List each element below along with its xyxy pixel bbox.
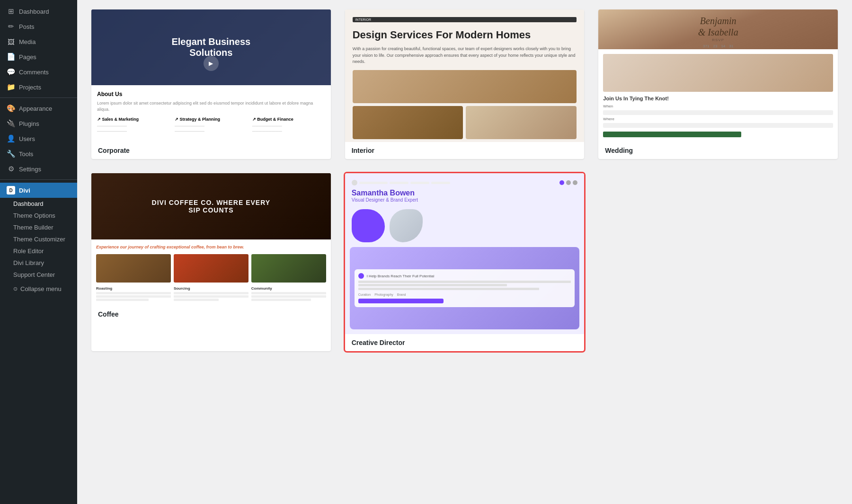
sidebar-item-appearance-label: Appearance bbox=[19, 105, 52, 112]
divi-sub-role-editor-label: Role Editor bbox=[13, 248, 44, 255]
cre-bot-subtitle: I Help Brands Reach Their Full Potential bbox=[367, 274, 435, 278]
cof-sourcing-label: Sourcing bbox=[174, 286, 248, 291]
appearance-icon: 🎨 bbox=[7, 104, 15, 113]
sidebar: ⊞ Dashboard ✏ Posts 🖼 Media 📄 Pages 💬 Co… bbox=[0, 0, 77, 504]
theme-card-wedding[interactable]: Benjamin& Isabella RSVP 371231431 Join U… bbox=[598, 9, 838, 159]
cre-bottom-section: I Help Brands Reach Their Full Potential… bbox=[350, 247, 580, 329]
sidebar-item-settings[interactable]: ⚙ Settings bbox=[0, 161, 77, 177]
divi-sub-divi-library[interactable]: Divi Library bbox=[0, 257, 77, 269]
cre-name: Samantha Bowen bbox=[352, 188, 578, 197]
cre-portfolio-card: I Help Brands Reach Their Full Potential… bbox=[355, 269, 575, 307]
tools-icon: 🔧 bbox=[7, 150, 15, 158]
sidebar-item-divi[interactable]: D Divi bbox=[0, 183, 77, 198]
cof-img-2 bbox=[174, 254, 248, 283]
divi-icon: D bbox=[7, 186, 15, 195]
sidebar-item-pages[interactable]: 📄 Pages bbox=[0, 49, 77, 64]
int-desc: With a passion for creating beautiful, f… bbox=[353, 46, 577, 65]
sidebar-item-pages-label: Pages bbox=[19, 53, 36, 61]
settings-icon: ⚙ bbox=[7, 165, 15, 173]
cre-shape-grey bbox=[390, 209, 423, 242]
collapse-menu-icon: ⊙ bbox=[13, 286, 18, 292]
cre-line-1 bbox=[358, 281, 571, 283]
corp-col-strategy: ↗ Strategy & Planning bbox=[175, 117, 248, 122]
theme-preview-wedding: Benjamin& Isabella RSVP 371231431 Join U… bbox=[598, 9, 838, 142]
wed-join-text: Join Us In Tying The Knot! bbox=[603, 96, 833, 101]
cre-shapes bbox=[345, 209, 585, 242]
wed-stats: 371231431 bbox=[598, 44, 838, 48]
sidebar-divider-2 bbox=[0, 179, 77, 180]
theme-label-wedding: Wedding bbox=[598, 142, 838, 159]
cre-shape-purple bbox=[352, 209, 385, 242]
wed-submit-btn bbox=[603, 132, 741, 137]
int-badge: INTERIOR bbox=[353, 17, 577, 22]
corp-col-budget: ↗ Budget & Finance bbox=[252, 117, 325, 122]
divi-sub-theme-customizer-label: Theme Customizer bbox=[13, 236, 65, 243]
corp-about-heading: About Us bbox=[97, 91, 325, 97]
sidebar-item-comments[interactable]: 💬 Comments bbox=[0, 64, 77, 80]
themes-grid: Elegant BusinessSolutions ▶ About Us Lor… bbox=[91, 9, 838, 351]
cre-brand-label: Brand bbox=[397, 293, 406, 296]
divi-sub-role-editor[interactable]: Role Editor bbox=[0, 245, 77, 257]
sidebar-item-media[interactable]: 🖼 Media bbox=[0, 34, 77, 49]
sidebar-item-divi-label: Divi bbox=[19, 187, 30, 194]
divi-sub-theme-customizer[interactable]: Theme Customizer bbox=[0, 233, 77, 245]
cof-img-1 bbox=[96, 254, 171, 283]
cof-tagline: Experience our journey of crafting excep… bbox=[96, 244, 326, 250]
cre-photography-label: Photography bbox=[374, 293, 393, 296]
divi-sub-dashboard[interactable]: Dashboard bbox=[0, 198, 77, 210]
wed-where-label: Where bbox=[603, 117, 833, 121]
cre-role: Visual Designer & Brand Expert bbox=[352, 197, 578, 203]
cof-roasting-label: Roasting bbox=[96, 286, 171, 291]
pages-icon: 📄 bbox=[7, 53, 15, 61]
users-icon: 👤 bbox=[7, 134, 15, 143]
cre-curation-label: Curation bbox=[358, 293, 371, 296]
theme-card-corporate[interactable]: Elegant BusinessSolutions ▶ About Us Lor… bbox=[91, 9, 331, 159]
collapse-menu-button[interactable]: ⊙ Collapse menu bbox=[0, 281, 77, 297]
divi-sub-support-center[interactable]: Support Center bbox=[0, 269, 77, 281]
theme-card-interior[interactable]: INTERIOR Design Services For Modern Home… bbox=[345, 9, 585, 159]
divi-sub-theme-options[interactable]: Theme Options bbox=[0, 210, 77, 221]
int-heading: Design Services For Modern Homes bbox=[353, 29, 577, 41]
cof-img-3 bbox=[251, 254, 326, 283]
posts-icon: ✏ bbox=[7, 22, 15, 31]
wed-names: Benjamin& Isabella bbox=[598, 15, 838, 38]
comments-icon: 💬 bbox=[7, 68, 15, 76]
wed-where-input bbox=[603, 123, 833, 128]
sidebar-item-appearance[interactable]: 🎨 Appearance bbox=[0, 101, 77, 116]
divi-submenu: Dashboard Theme Options Theme Builder Th… bbox=[0, 198, 77, 297]
cre-header: Samantha Bowen Visual Designer & Brand E… bbox=[345, 173, 585, 209]
sidebar-item-users-label: Users bbox=[19, 135, 35, 142]
projects-icon: 📁 bbox=[7, 83, 15, 91]
sidebar-item-tools-label: Tools bbox=[19, 150, 33, 158]
sidebar-item-projects[interactable]: 📁 Projects bbox=[0, 80, 77, 95]
divi-sub-theme-builder[interactable]: Theme Builder bbox=[0, 221, 77, 233]
sidebar-item-users[interactable]: 👤 Users bbox=[0, 131, 77, 146]
plugins-icon: 🔌 bbox=[7, 119, 15, 128]
theme-card-creative-director[interactable]: Samantha Bowen Visual Designer & Brand E… bbox=[345, 173, 585, 351]
cre-cta-button bbox=[358, 299, 444, 303]
theme-label-creative-director: Creative Director bbox=[345, 334, 585, 351]
corp-play-button: ▶ bbox=[204, 56, 219, 71]
cre-line-3 bbox=[358, 288, 539, 290]
sidebar-main-nav: ⊞ Dashboard ✏ Posts 🖼 Media 📄 Pages 💬 Co… bbox=[0, 0, 77, 301]
sidebar-item-tools[interactable]: 🔧 Tools bbox=[0, 146, 77, 161]
sidebar-item-plugins[interactable]: 🔌 Plugins bbox=[0, 116, 77, 131]
main-content: Elegant BusinessSolutions ▶ About Us Lor… bbox=[77, 0, 852, 504]
divi-sub-divi-library-label: Divi Library bbox=[13, 259, 44, 266]
sidebar-item-dashboard[interactable]: ⊞ Dashboard bbox=[0, 4, 77, 19]
theme-label-corporate: Corporate bbox=[91, 142, 331, 159]
theme-preview-corporate: Elegant BusinessSolutions ▶ About Us Lor… bbox=[91, 9, 331, 142]
theme-card-coffee[interactable]: DIVI COFFEE CO. WHERE EVERYSIP COUNTS Ex… bbox=[91, 173, 331, 351]
sidebar-item-posts[interactable]: ✏ Posts bbox=[0, 19, 77, 34]
corp-about-text: Lorem ipsum dolor sit amet consectetur a… bbox=[97, 100, 325, 112]
sidebar-item-posts-label: Posts bbox=[19, 23, 35, 30]
wed-when-input bbox=[603, 110, 833, 115]
collapse-menu-label: Collapse menu bbox=[20, 285, 62, 292]
sidebar-item-projects-label: Projects bbox=[19, 84, 41, 91]
media-icon: 🖼 bbox=[7, 37, 15, 46]
theme-preview-coffee: DIVI COFFEE CO. WHERE EVERYSIP COUNTS Ex… bbox=[91, 173, 331, 306]
sidebar-divider-1 bbox=[0, 97, 77, 98]
wed-rsvp: RSVP bbox=[598, 38, 838, 42]
wed-when-label: When bbox=[603, 104, 833, 108]
theme-preview-creative-director: Samantha Bowen Visual Designer & Brand E… bbox=[345, 173, 585, 334]
